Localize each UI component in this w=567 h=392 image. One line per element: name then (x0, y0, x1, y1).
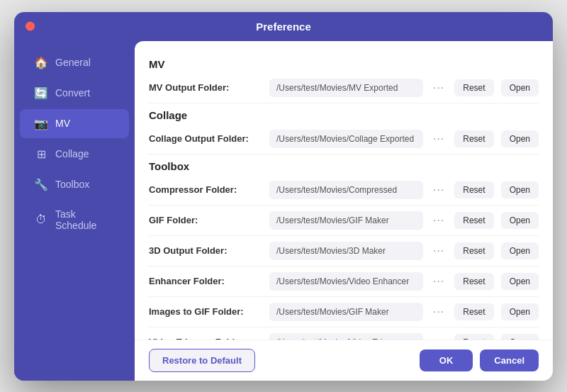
row-path: /Users/test/Movies/Video Trimmer (269, 333, 423, 340)
reset-button[interactable]: Reset (454, 273, 493, 290)
row-label: MV Output Folder: (149, 82, 262, 93)
sidebar-label-general: General (55, 57, 91, 68)
reset-button[interactable]: Reset (454, 130, 493, 147)
sidebar-label-convert: Convert (55, 87, 90, 99)
row-label: 3D Output Folder: (149, 245, 262, 256)
settings-row: Video Trimmer Folder: /Users/test/Movies… (149, 327, 539, 340)
settings-row: MV Output Folder: /Users/test/Movies/MV … (149, 73, 539, 103)
row-path: /Users/test/Movies/Compressed (269, 181, 423, 199)
row-label: Images to GIF Folder: (149, 306, 262, 317)
dialog-body: 🏠 General 🔄 Convert 📷 MV ⊞ Collage 🔧 Too… (14, 41, 553, 381)
row-path: /Users/test/Movies/3D Maker (269, 242, 423, 260)
sidebar-item-collage[interactable]: ⊞ Collage (20, 140, 129, 169)
row-path: /Users/test/Movies/GIF Maker (269, 303, 423, 321)
row-more-button[interactable]: ··· (430, 214, 447, 227)
settings-row: GIF Folder: /Users/test/Movies/GIF Maker… (149, 206, 539, 236)
sidebar-label-toolbox: Toolbox (55, 179, 89, 190)
restore-default-button[interactable]: Restore to Default (149, 349, 255, 372)
sidebar-label-taskschedule: Task Schedule (55, 208, 115, 231)
reset-button[interactable]: Reset (454, 242, 493, 259)
row-more-button[interactable]: ··· (430, 245, 447, 257)
open-button[interactable]: Open (501, 242, 539, 259)
preference-dialog: Preference 🏠 General 🔄 Convert 📷 MV ⊞ Co… (14, 12, 553, 381)
sidebar: 🏠 General 🔄 Convert 📷 MV ⊞ Collage 🔧 Too… (14, 41, 135, 381)
row-label: Collage Output Folder: (149, 133, 262, 144)
section-header-mv: MV (149, 58, 539, 70)
convert-icon: 🔄 (34, 86, 48, 100)
close-button[interactable] (26, 22, 35, 31)
settings-row: Collage Output Folder: /Users/test/Movie… (149, 124, 539, 155)
row-more-button[interactable]: ··· (430, 82, 447, 94)
section-header-toolbox: Toolbox (149, 160, 539, 172)
row-path: /Users/test/Movies/MV Exported (269, 79, 423, 97)
open-button[interactable]: Open (501, 212, 539, 229)
sidebar-item-toolbox[interactable]: 🔧 Toolbox (20, 170, 129, 199)
row-more-button[interactable]: ··· (430, 275, 447, 288)
toolbox-icon: 🔧 (34, 178, 48, 191)
row-more-button[interactable]: ··· (430, 306, 447, 318)
row-more-button[interactable]: ··· (430, 184, 447, 196)
reset-button[interactable]: Reset (454, 303, 493, 320)
row-label: GIF Folder: (149, 215, 262, 225)
sidebar-label-mv: MV (55, 118, 70, 129)
row-path: /Users/test/Movies/Collage Exported (269, 130, 423, 148)
sidebar-item-general[interactable]: 🏠 General (20, 48, 129, 77)
bottom-right-buttons: OK Cancel (420, 349, 539, 371)
row-path: /Users/test/Movies/GIF Maker (269, 211, 423, 230)
open-button[interactable]: Open (501, 273, 539, 290)
reset-button[interactable]: Reset (454, 334, 493, 340)
reset-button[interactable]: Reset (454, 212, 493, 229)
row-path: /Users/test/Movies/Video Enhancer (269, 272, 423, 291)
settings-row: Images to GIF Folder: /Users/test/Movies… (149, 297, 539, 327)
reset-button[interactable]: Reset (454, 79, 493, 96)
main-content: MV MV Output Folder: /Users/test/Movies/… (135, 41, 553, 381)
settings-row: Enhancer Folder: /Users/test/Movies/Vide… (149, 267, 539, 297)
collage-icon: ⊞ (34, 147, 48, 161)
taskschedule-icon: ⏱ (34, 213, 48, 226)
ok-button[interactable]: OK (420, 349, 473, 371)
open-button[interactable]: Open (501, 130, 539, 147)
reset-button[interactable]: Reset (454, 181, 493, 198)
sidebar-item-taskschedule[interactable]: ⏱ Task Schedule (20, 201, 129, 239)
open-button[interactable]: Open (501, 79, 539, 96)
section-header-collage: Collage (149, 109, 539, 121)
row-label: Enhancer Folder: (149, 276, 262, 286)
sidebar-item-mv[interactable]: 📷 MV (20, 109, 129, 138)
open-button[interactable]: Open (501, 303, 539, 320)
cancel-button[interactable]: Cancel (480, 349, 539, 371)
open-button[interactable]: Open (501, 334, 539, 340)
dialog-title: Preference (256, 21, 311, 33)
general-icon: 🏠 (34, 56, 48, 69)
mv-icon: 📷 (34, 117, 48, 130)
bottom-bar: Restore to Default OK Cancel (135, 340, 553, 381)
title-bar: Preference (14, 12, 553, 41)
content-scroll: MV MV Output Folder: /Users/test/Movies/… (135, 41, 553, 340)
sidebar-label-collage: Collage (55, 148, 89, 159)
settings-row: 3D Output Folder: /Users/test/Movies/3D … (149, 236, 539, 267)
sidebar-item-convert[interactable]: 🔄 Convert (20, 79, 129, 108)
row-more-button[interactable]: ··· (430, 133, 447, 145)
open-button[interactable]: Open (501, 181, 539, 198)
settings-row: Compressor Folder: /Users/test/Movies/Co… (149, 175, 539, 206)
row-label: Compressor Folder: (149, 184, 262, 195)
